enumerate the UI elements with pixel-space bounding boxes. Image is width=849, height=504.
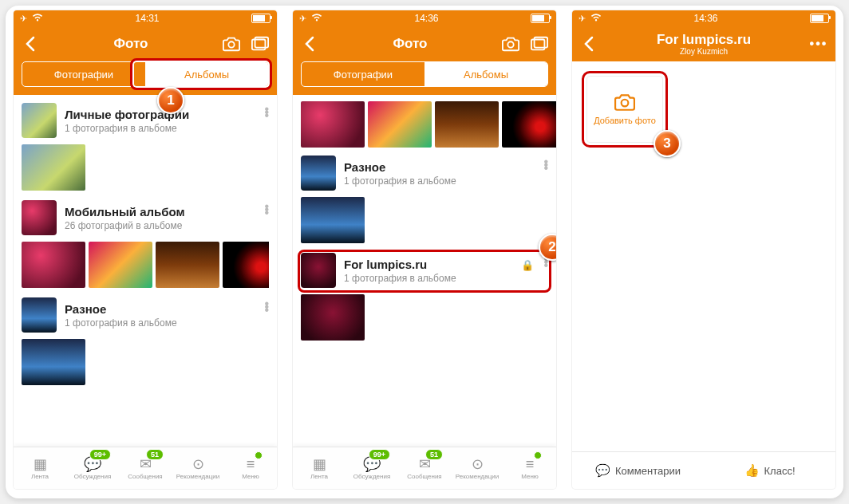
- more-icon[interactable]: •••: [810, 35, 827, 53]
- album-thumb: [22, 200, 57, 235]
- klass-button[interactable]: 👍 Класс!: [704, 452, 835, 489]
- tab-recommend[interactable]: ⊙Рекомендации: [451, 447, 503, 489]
- battery-icon: [251, 14, 270, 23]
- album-title: Разное: [344, 160, 456, 174]
- preview-thumb: [368, 101, 432, 148]
- phone-screen-1: 14:31 Фото Фотографии Альбомы 1: [14, 10, 277, 489]
- album-subtitle: 1 фотография в альбоме: [65, 317, 177, 329]
- camera-icon[interactable]: [502, 35, 519, 53]
- kebab-icon[interactable]: •••: [264, 205, 269, 215]
- album-thumb: [22, 103, 57, 138]
- add-photo-label: Добавить фото: [594, 116, 656, 125]
- status-time: 14:31: [135, 13, 159, 24]
- comment-icon: 💬: [595, 463, 610, 478]
- album-item[interactable]: Разное 1 фотография в альбоме •••: [14, 289, 277, 387]
- album-subtitle: 1 фотография в альбоме: [344, 273, 456, 284]
- tab-albums[interactable]: Альбомы: [424, 62, 547, 86]
- tab-menu[interactable]: ≡Меню: [224, 447, 277, 489]
- bottom-tab-bar: ▦Лента 💬99+Обсуждения ✉51Сообщения ⊙Реко…: [14, 447, 277, 489]
- wifi-icon: [311, 13, 322, 24]
- album-title: Разное: [65, 302, 177, 316]
- tab-albums[interactable]: Альбомы: [145, 62, 268, 86]
- status-bar: 14:31: [14, 10, 277, 26]
- preview-thumb: [301, 294, 365, 341]
- status-bar: 14:36: [572, 10, 835, 26]
- preview-thumb: [435, 101, 499, 148]
- back-icon[interactable]: [301, 35, 318, 53]
- svg-point-6: [622, 100, 629, 107]
- camera-icon[interactable]: [223, 35, 240, 53]
- tab-messages[interactable]: ✉51Сообщения: [398, 447, 451, 489]
- tutorial-frame: 14:31 Фото Фотографии Альбомы 1: [6, 6, 843, 498]
- airplane-mode-icon: [299, 13, 306, 24]
- preview-thumb: [502, 101, 556, 148]
- kebab-icon[interactable]: •••: [264, 302, 269, 312]
- kebab-icon[interactable]: •••: [543, 160, 548, 170]
- add-photo-button[interactable]: Добавить фото: [586, 76, 663, 143]
- album-item[interactable]: Личные фотографии 1 фотография в альбоме…: [14, 95, 277, 192]
- notification-dot-icon: [534, 451, 542, 459]
- svg-point-3: [507, 41, 513, 47]
- album-item-lumpics[interactable]: For lumpics.ru 1 фотография в альбоме 🔒 …: [293, 245, 556, 342]
- album-subtitle: 1 фотография в альбоме: [344, 175, 456, 187]
- album-item[interactable]: Разное 1 фотография в альбоме •••: [293, 148, 556, 245]
- svg-point-0: [228, 41, 234, 47]
- notification-dot-icon: [255, 451, 263, 459]
- back-icon[interactable]: [580, 35, 598, 53]
- album-list: Личные фотографии 1 фотография в альбоме…: [14, 95, 277, 447]
- tab-messages[interactable]: ✉51Сообщения: [119, 447, 172, 489]
- tab-discussions[interactable]: 💬99+Обсуждения: [346, 447, 398, 489]
- battery-icon: [810, 14, 829, 23]
- preview-thumb: [22, 339, 85, 385]
- preview-thumb: [156, 242, 219, 288]
- status-time: 14:36: [693, 13, 717, 24]
- album-subtitle: 26 фотографий в альбоме: [65, 220, 185, 231]
- tab-photos[interactable]: Фотографии: [22, 62, 145, 86]
- gallery-icon[interactable]: [251, 35, 269, 53]
- airplane-mode-icon: [579, 13, 586, 24]
- tab-discussions[interactable]: 💬99+Обсуждения: [66, 447, 119, 489]
- lock-icon: 🔒: [521, 259, 534, 271]
- album-subtitle: 1 фотография в альбоме: [65, 123, 189, 134]
- tab-recommend[interactable]: ⊙Рекомендации: [172, 447, 224, 489]
- wifi-icon: [32, 13, 43, 24]
- page-title: For lumpics.ru Zloy Kuzmich: [598, 32, 810, 56]
- like-icon: 👍: [744, 463, 760, 478]
- preview-thumb: [89, 242, 152, 288]
- status-bar: 14:36: [293, 10, 556, 26]
- preview-thumb: [22, 144, 85, 191]
- album-title: For lumpics.ru: [344, 258, 456, 271]
- gallery-icon[interactable]: [531, 35, 548, 53]
- comments-button[interactable]: 💬 Комментарии: [572, 452, 704, 489]
- nav-bar: For lumpics.ru Zloy Kuzmich •••: [572, 26, 835, 61]
- album-list: Разное 1 фотография в альбоме ••• For lu…: [293, 95, 556, 447]
- segmented-tabs: Фотографии Альбомы: [293, 61, 556, 95]
- status-time: 14:36: [414, 13, 438, 24]
- album-thumb: [22, 297, 57, 333]
- album-item[interactable]: Мобильный альбом 26 фотографий в альбоме…: [14, 192, 277, 289]
- bottom-tab-bar: ▦Лента 💬99+Обсуждения ✉51Сообщения ⊙Реко…: [293, 447, 556, 489]
- album-thumb: [301, 156, 336, 191]
- back-icon[interactable]: [22, 35, 39, 53]
- preview-thumb: [223, 242, 269, 288]
- preview-thumb: [22, 242, 85, 288]
- album-content: Добавить фото 3: [572, 61, 835, 451]
- page-title: Фото: [318, 36, 502, 52]
- album-title: Мобильный альбом: [65, 205, 185, 219]
- airplane-mode-icon: [20, 13, 27, 24]
- nav-bar: Фото: [14, 26, 277, 61]
- segmented-tabs: Фотографии Альбомы 1: [14, 61, 277, 95]
- preview-thumb: [301, 197, 365, 243]
- tab-photos[interactable]: Фотографии: [302, 62, 424, 86]
- phone-screen-2: 14:36 Фото Фотографии Альбомы: [293, 10, 556, 489]
- tab-menu[interactable]: ≡Меню: [503, 447, 556, 489]
- nav-bar: Фото: [293, 26, 556, 61]
- wifi-icon: [590, 13, 602, 24]
- page-title: Фото: [39, 36, 223, 52]
- phone-screen-3: 14:36 For lumpics.ru Zloy Kuzmich ••• До…: [572, 10, 835, 489]
- page-subtitle: Zloy Kuzmich: [598, 47, 810, 56]
- tab-feed[interactable]: ▦Лента: [14, 447, 66, 489]
- kebab-icon[interactable]: •••: [264, 108, 269, 117]
- step-marker-1: 1: [157, 87, 184, 114]
- tab-feed[interactable]: ▦Лента: [293, 447, 346, 489]
